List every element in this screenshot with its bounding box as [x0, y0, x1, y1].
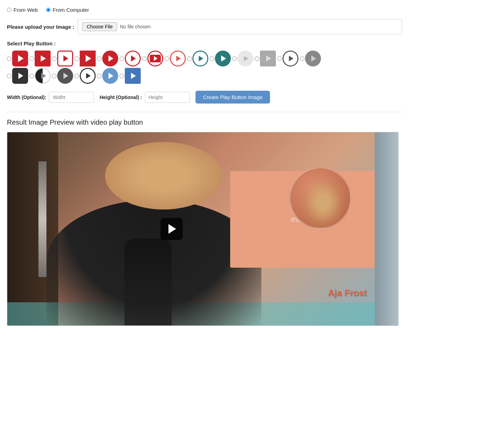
play-button-item-3[interactable] [52, 51, 73, 66]
width-input[interactable] [49, 92, 94, 103]
play-radio-18[interactable] [75, 74, 79, 78]
from-web-label: From Web [14, 7, 38, 13]
play-radio-17[interactable] [52, 74, 57, 78]
choose-file-button[interactable]: Choose File [82, 22, 117, 31]
play-button-item-12[interactable] [255, 51, 276, 66]
avatar-person-silhouette [302, 177, 344, 228]
play-button-item-1[interactable] [7, 51, 28, 66]
play-icon-red-square2[interactable] [35, 51, 51, 66]
play-icon-dark-circle-outline[interactable] [283, 51, 298, 66]
microphone [124, 239, 171, 325]
play-button-item-15[interactable] [7, 68, 402, 84]
play-button-item-13[interactable] [277, 51, 298, 66]
play-radio-8[interactable] [165, 56, 169, 61]
play-icon-blue-circle[interactable] [102, 68, 118, 84]
play-icon-light-circle[interactable] [237, 51, 253, 66]
play-button-item-16[interactable] [29, 68, 51, 84]
preview-scene: elcome Aja Frost [7, 132, 398, 325]
play-button-item-19[interactable] [97, 68, 118, 84]
upload-box: Choose File No file chosen [78, 19, 402, 34]
play-icon-teal-circle-outline[interactable] [192, 51, 208, 66]
play-radio-15[interactable] [7, 74, 11, 78]
play-button-item-17[interactable] [52, 68, 73, 84]
play-radio-3[interactable] [52, 56, 57, 61]
play-radio-5[interactable] [97, 56, 102, 61]
play-icon-gray-square[interactable] [260, 51, 276, 66]
play-radio-6[interactable] [120, 56, 124, 61]
upload-row: Please upload your Image : Choose File N… [7, 19, 402, 34]
play-radio-10[interactable] [210, 56, 214, 61]
play-button-item-10[interactable] [210, 51, 231, 66]
play-radio-4[interactable] [75, 56, 79, 61]
play-button-item-20[interactable] [120, 68, 141, 84]
play-icon-outline-only[interactable] [80, 68, 96, 84]
preview-container: elcome Aja Frost [7, 132, 399, 326]
section-divider [7, 112, 402, 112]
from-computer-radio[interactable] [46, 8, 51, 12]
source-selection-row: From Web From Computer [7, 7, 402, 13]
play-buttons-grid [7, 51, 402, 84]
play-button-item-6[interactable] [120, 51, 141, 66]
play-icon-gray-circle-solid[interactable] [305, 51, 321, 66]
play-icon-bw-circle[interactable] [35, 68, 51, 84]
play-icon-youtube-style[interactable] [147, 51, 163, 66]
center-play-button[interactable] [160, 218, 183, 240]
play-radio-16[interactable] [29, 74, 34, 78]
play-radio-1[interactable] [7, 56, 11, 61]
play-button-item-18[interactable] [75, 68, 96, 84]
play-button-item-4[interactable] [75, 51, 96, 66]
person-head [105, 142, 222, 209]
play-button-item-2[interactable] [29, 51, 51, 66]
scene-light-strip [38, 161, 46, 277]
play-radio-7[interactable] [142, 56, 147, 61]
play-radio-11[interactable] [232, 56, 237, 61]
play-button-item-11[interactable] [232, 51, 253, 66]
play-button-item-9[interactable] [187, 51, 208, 66]
play-icon-red-square-rounded[interactable] [12, 51, 28, 66]
play-icon-red-circle-outline2[interactable] [170, 51, 186, 66]
height-control-group: Height (Optional) : [99, 92, 190, 103]
play-button-item-5[interactable] [97, 51, 118, 66]
height-input[interactable] [145, 92, 190, 103]
create-play-button-image-button[interactable]: Create Play Button Image [195, 91, 270, 104]
play-radio-13[interactable] [277, 56, 282, 61]
play-icon-dark-square[interactable] [12, 68, 28, 84]
play-radio-19[interactable] [97, 74, 102, 78]
play-radio-14[interactable] [300, 56, 304, 61]
width-control-group: Width (Optional): [7, 92, 94, 103]
play-radio-9[interactable] [187, 56, 192, 61]
play-icon-teal-circle-solid[interactable] [215, 51, 231, 66]
controls-row: Width (Optional): Height (Optional) : Cr… [7, 91, 402, 104]
from-computer-label: From Computer [53, 7, 89, 13]
height-label: Height (Optional) : [99, 95, 142, 100]
play-button-item-8[interactable] [165, 51, 186, 66]
select-play-button-label: Select Play Button : [7, 41, 402, 46]
play-icon-red-square-outline[interactable] [57, 51, 73, 66]
person-name: Aja Frost [328, 288, 367, 298]
play-button-item-15a[interactable] [7, 68, 28, 84]
play-button-item-14[interactable] [300, 51, 321, 66]
from-web-radio[interactable] [7, 8, 11, 12]
play-icon-red-square-sharp[interactable] [80, 51, 96, 66]
play-radio-12[interactable] [255, 56, 259, 61]
avatar-circle [289, 167, 351, 229]
play-icon-red-circle-solid[interactable] [102, 51, 118, 66]
result-heading: Result Image Preview with video play but… [7, 118, 402, 126]
play-button-item-7[interactable] [142, 51, 163, 66]
play-radio-2[interactable] [29, 56, 34, 61]
play-radio-20[interactable] [120, 74, 124, 78]
play-icon-red-circle-outline[interactable] [125, 51, 141, 66]
play-icon-blue-square[interactable] [125, 68, 141, 84]
from-web-option[interactable]: From Web [7, 7, 38, 13]
scene-right [375, 132, 398, 325]
play-icon-dark-circle[interactable] [57, 68, 73, 84]
upload-label: Please upload your Image : [7, 24, 74, 30]
from-computer-option[interactable]: From Computer [46, 7, 89, 13]
no-file-text: No file chosen [120, 24, 151, 29]
width-label: Width (Optional): [7, 95, 46, 100]
